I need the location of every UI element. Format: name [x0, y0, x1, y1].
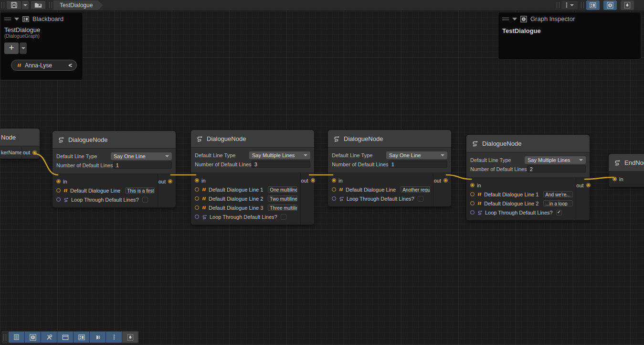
port[interactable]	[56, 197, 61, 202]
connected-port[interactable]	[311, 178, 315, 183]
blackboard-icon	[22, 16, 29, 22]
node-title-bar[interactable]: DialogueNode	[328, 130, 451, 148]
port[interactable]	[332, 187, 336, 192]
blackboard-panel-toggle-button[interactable]	[586, 0, 600, 10]
connected-port[interactable]	[470, 183, 475, 187]
dialogue-line-field[interactable]: Two multiline	[268, 195, 297, 202]
node-title-bar[interactable]: EndNode	[609, 154, 644, 172]
port[interactable]	[195, 196, 199, 201]
node-endnode[interactable]: EndNode in	[608, 153, 644, 187]
loop-checkbox[interactable]	[142, 197, 148, 203]
info-toolbar-button[interactable]	[25, 332, 41, 343]
dialogue-line-field[interactable]: This is a first	[125, 187, 155, 194]
dialogue-line-field[interactable]: One multiline	[268, 186, 297, 193]
loop-row: Loop Through Default Lines?	[53, 195, 158, 204]
line-type-dropdown[interactable]: Say Multiple Lines	[249, 151, 310, 159]
port[interactable]	[195, 205, 199, 210]
connected-port[interactable]	[332, 178, 336, 183]
blackboard-field-anna-lyse[interactable]: Anna-Lyse <	[11, 60, 77, 71]
quote-icon	[201, 196, 206, 201]
dialogue-line-label: Default Dialogue Line 2	[484, 201, 538, 206]
num-lines-field[interactable]: 1	[113, 162, 172, 169]
dialogue-line-field[interactable]: And we're...	[543, 191, 573, 197]
flame-toolbar-button[interactable]	[122, 332, 138, 343]
port[interactable]	[195, 187, 199, 192]
loop-icon	[477, 210, 483, 216]
line-type-dropdown[interactable]: Say One Line	[386, 151, 447, 159]
field-expander-chevron[interactable]: <	[68, 62, 72, 69]
num-lines-field[interactable]: 2	[527, 165, 586, 172]
node-dialoguenode-4[interactable]: DialogueNode Default Line Type Say Multi…	[466, 134, 590, 221]
collapse-chevron-icon[interactable]	[512, 18, 517, 21]
save-button[interactable]	[7, 1, 21, 9]
num-lines-field[interactable]: 1	[389, 161, 447, 168]
dialogue-line-field[interactable]: Another regu	[401, 186, 430, 193]
blackboard-graph-name: TestDialogue	[0, 24, 83, 33]
chevron-down-icon	[441, 154, 444, 156]
out-port-label: out	[434, 178, 441, 183]
port[interactable]	[470, 210, 475, 215]
collapse-chevron-icon[interactable]	[14, 18, 19, 21]
line-type-dropdown[interactable]: Say One Line	[111, 152, 172, 160]
connected-port[interactable]	[56, 179, 61, 183]
dialogue-node-icon	[471, 140, 478, 147]
toolbar-grip[interactable]	[3, 334, 6, 341]
toolbar-grip[interactable]	[49, 2, 52, 8]
transition-toolbar-button[interactable]	[90, 332, 106, 343]
options-button[interactable]	[561, 1, 578, 9]
dialogue-line-row: Default Dialogue Line 1 One multiline	[191, 185, 300, 194]
doc-toolbar-button[interactable]	[9, 332, 25, 343]
info-icon	[520, 16, 527, 22]
dialogue-line-field[interactable]: Three multiline	[268, 205, 297, 211]
more-toolbar-button[interactable]	[106, 332, 122, 343]
node-title-bar[interactable]: DialogueNode	[191, 130, 314, 148]
port[interactable]	[470, 192, 475, 196]
connected-port[interactable]	[195, 178, 199, 183]
drag-handle-icon[interactable]	[502, 18, 509, 20]
loop-checkbox[interactable]	[281, 214, 286, 220]
save-dropdown-button[interactable]	[22, 1, 29, 9]
blackboard-toolbar-button[interactable]	[74, 332, 90, 343]
chevron-down-icon	[165, 155, 169, 157]
node-speaker-partial[interactable]: Node kerName out	[0, 128, 40, 159]
node-dialoguenode-3[interactable]: DialogueNode Default Line Type Say One L…	[327, 129, 452, 207]
add-field-button[interactable]: +	[4, 43, 19, 54]
graph-inspector-header[interactable]: Graph Inspector	[498, 12, 641, 24]
dialogue-line-label: Default Dialogue Line	[346, 187, 396, 193]
loop-checkbox[interactable]	[556, 210, 562, 216]
num-lines-field[interactable]: 3	[252, 161, 310, 168]
breadcrumb[interactable]: TestDialogue	[53, 0, 103, 10]
port[interactable]	[56, 188, 61, 193]
in-port-label: in	[338, 178, 343, 183]
flame-panel-toggle-button[interactable]	[621, 0, 634, 10]
port[interactable]	[470, 201, 475, 205]
loop-checkbox[interactable]	[418, 196, 423, 202]
in-port-label: in	[201, 178, 206, 183]
blackboard-title: Blackboard	[32, 15, 63, 22]
port[interactable]	[332, 196, 336, 201]
connected-port[interactable]	[586, 183, 591, 187]
tools-toolbar-button[interactable]	[41, 332, 57, 343]
open-asset-button[interactable]	[31, 1, 45, 9]
port[interactable]	[195, 215, 199, 219]
dialogue-line-field[interactable]: ...in a loop	[543, 200, 573, 206]
node-dialoguenode-2[interactable]: DialogueNode Default Line Type Say Multi…	[190, 129, 315, 225]
node-title-bar[interactable]: DialogueNode	[53, 131, 176, 149]
drag-handle-icon[interactable]	[4, 18, 11, 20]
connected-port[interactable]	[443, 178, 448, 183]
tools-icon	[46, 334, 53, 341]
add-field-dropdown-button[interactable]	[20, 43, 27, 54]
line-type-dropdown[interactable]: Say Multiple Lines	[525, 156, 586, 164]
node-title-bar[interactable]: DialogueNode	[466, 135, 590, 152]
loop-row: Loop Through Default Lines?	[466, 208, 576, 217]
blackboard-header[interactable]: Blackboard	[0, 12, 83, 24]
window-toolbar-button[interactable]	[57, 332, 74, 343]
toolbar-grip[interactable]	[557, 2, 560, 8]
node-dialoguenode-1[interactable]: DialogueNode Default Line Type Say One L…	[52, 130, 176, 208]
info-panel-toggle-button[interactable]	[603, 0, 617, 10]
connected-port[interactable]	[168, 179, 172, 183]
toolbar-grip[interactable]	[581, 2, 584, 8]
dialogue-line-row: Default Dialogue Line 2 Two multiline	[191, 194, 300, 203]
toolbar-grip[interactable]	[1, 2, 4, 8]
num-lines-label: Number of Default Lines	[470, 166, 527, 172]
